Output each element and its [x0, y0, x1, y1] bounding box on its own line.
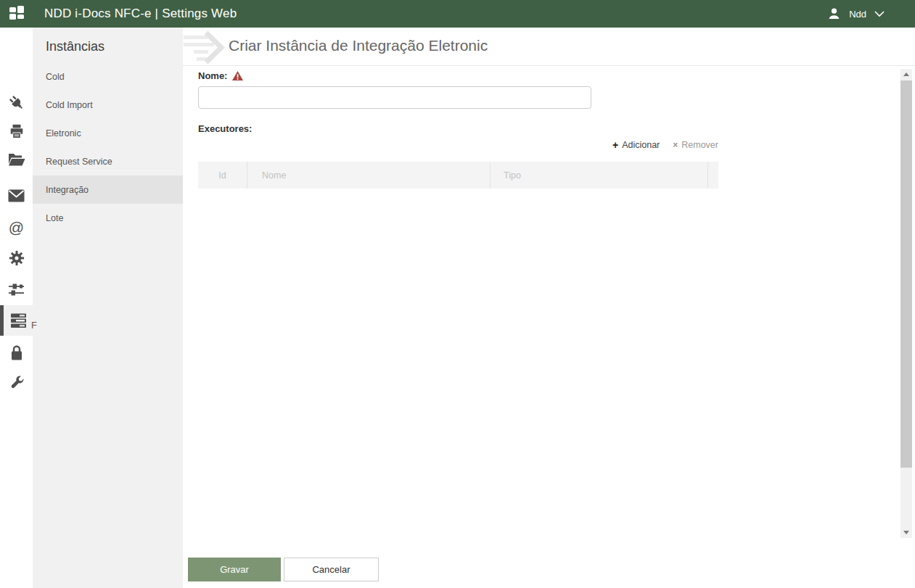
rail-item-at[interactable]: @	[0, 212, 33, 241]
rail-item-gear[interactable]	[0, 244, 33, 273]
main-panel: Criar Instância de Integração Eletronic …	[183, 28, 915, 588]
instance-header-icon	[184, 30, 226, 65]
grid-actions: + Adicionar × Remover	[198, 139, 718, 151]
rail-item-mail[interactable]	[0, 181, 33, 210]
scroll-down-button[interactable]	[900, 527, 912, 538]
vertical-scrollbar[interactable]	[900, 69, 912, 538]
rail-item-folder[interactable]	[0, 145, 33, 174]
chevron-down-icon	[874, 11, 885, 17]
user-name: Ndd	[849, 9, 866, 20]
close-icon: ×	[673, 140, 678, 150]
clipped-text-fragment: F	[31, 320, 37, 331]
sidebar-item-label: Lote	[46, 213, 63, 223]
scroll-up-button[interactable]	[900, 69, 912, 80]
envelope-icon	[8, 189, 25, 202]
plus-icon: +	[612, 139, 618, 151]
adicionar-button[interactable]: + Adicionar	[612, 139, 660, 151]
folder-open-icon	[8, 152, 25, 167]
triangle-up-icon	[903, 73, 909, 76]
form-footer: Gravar Cancelar	[183, 540, 915, 588]
column-header-tipo[interactable]: Tipo	[491, 162, 708, 189]
sidebar-item-integracao[interactable]: Integração	[33, 175, 183, 204]
sidebar-item-eletronic[interactable]: Eletronic	[33, 119, 183, 147]
nome-input[interactable]	[198, 86, 591, 109]
gear-icon	[9, 250, 25, 266]
sidebar-item-label: Integração	[46, 185, 89, 195]
sidebar-item-label: Request Service	[46, 157, 112, 167]
rail-item-lock[interactable]	[0, 338, 33, 367]
sidebar-item-lote[interactable]: Lote	[33, 204, 183, 232]
icon-rail: @	[0, 28, 33, 588]
sidebar-item-label: Eletronic	[46, 128, 81, 138]
user-menu[interactable]: Ndd	[827, 7, 885, 20]
page-title: Criar Instância de Integração Eletronic	[229, 37, 488, 54]
rail-item-printer[interactable]	[0, 117, 33, 146]
rail-item-plug[interactable]	[0, 88, 33, 117]
user-icon	[827, 7, 841, 20]
remover-button[interactable]: × Remover	[673, 140, 718, 150]
triangle-down-icon	[903, 531, 909, 534]
adicionar-label: Adicionar	[622, 140, 660, 150]
nome-label-row: Nome:	[198, 70, 243, 81]
remover-label: Remover	[681, 140, 718, 150]
rail-item-wrench[interactable]	[0, 369, 33, 398]
sidebar-title: Instâncias	[46, 39, 104, 54]
server-stack-icon	[10, 313, 27, 328]
lock-icon	[9, 344, 24, 361]
top-bar: NDD i-Docs NFC-e | Settings Web Ndd	[0, 0, 915, 28]
column-header-nome[interactable]: Nome	[247, 162, 491, 189]
column-header-empty	[708, 162, 718, 189]
executores-table-header: Id Nome Tipo	[198, 162, 718, 189]
executores-label: Executores:	[198, 123, 252, 134]
sidebar-item-request-service[interactable]: Request Service	[33, 147, 183, 175]
sidebar-item-cold-import[interactable]: Cold Import	[33, 91, 183, 119]
scrollbar-thumb[interactable]	[900, 80, 912, 468]
at-icon: @	[9, 220, 24, 235]
sidebar-item-cold[interactable]: Cold	[33, 62, 183, 91]
warning-icon	[232, 71, 243, 80]
sidebar-item-label: Cold Import	[46, 100, 93, 110]
printer-icon	[9, 123, 25, 139]
rail-item-instances[interactable]	[0, 305, 33, 336]
rail-item-sliders[interactable]	[0, 276, 33, 305]
column-header-id[interactable]: Id	[198, 162, 247, 189]
sliders-icon	[8, 283, 25, 297]
cancelar-button[interactable]: Cancelar	[284, 558, 379, 581]
gravar-button[interactable]: Gravar	[188, 558, 281, 581]
app-title: NDD i-Docs NFC-e | Settings Web	[44, 7, 237, 21]
nome-label: Nome:	[198, 70, 227, 81]
instances-sidebar: Instâncias Cold Cold Import Eletronic Re…	[33, 28, 183, 588]
app-grid-icon[interactable]	[9, 6, 27, 22]
form-content: Nome: Executores: + Adicionar × Remover …	[183, 67, 915, 540]
page-header: Criar Instância de Integração Eletronic	[183, 28, 915, 66]
sidebar-item-label: Cold	[46, 72, 65, 82]
wrench-icon	[9, 376, 25, 392]
plug-icon	[9, 95, 25, 111]
